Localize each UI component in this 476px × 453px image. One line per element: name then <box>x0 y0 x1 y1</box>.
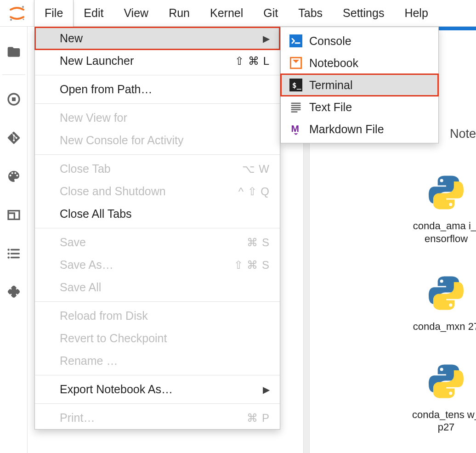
menu-file[interactable]: File <box>34 0 74 27</box>
kernel-card[interactable]: conda_tens w_p27 <box>412 361 476 434</box>
sidebar-toc-icon[interactable] <box>0 237 28 271</box>
menu-item-label: New View for <box>60 111 127 125</box>
menu-edit[interactable]: Edit <box>74 0 113 27</box>
file-menu-item: Close and Shutdown^ ⇧ Q <box>35 180 280 203</box>
notebook-icon <box>289 56 303 70</box>
menu-item-label: Save As… <box>60 258 113 272</box>
svg-text:M: M <box>291 123 300 134</box>
kernel-card[interactable]: conda_ama i_tensorflow <box>412 172 476 245</box>
menu-item-shortcut: ⇧ ⌘ L <box>235 55 270 68</box>
menu-item-label: Print… <box>60 411 95 425</box>
console-icon <box>289 34 303 48</box>
kernel-name: conda_ama i_tensorflow <box>412 220 476 245</box>
menu-divider <box>35 103 280 104</box>
submenu-item-console[interactable]: Console <box>281 30 438 52</box>
file-menu-item: Save As…⇧ ⌘ S <box>35 254 280 276</box>
submenu-item-markdown[interactable]: MMarkdown File <box>281 118 438 140</box>
textfile-icon <box>289 100 303 114</box>
file-menu-item[interactable]: Open from Path… <box>35 78 280 101</box>
svg-point-5 <box>7 249 10 251</box>
file-menu: New▶New Launcher⇧ ⌘ LOpen from Path…New … <box>34 27 280 430</box>
python-logo-icon <box>425 172 467 213</box>
menu-item-label: Close Tab <box>60 162 111 176</box>
menu-git[interactable]: Git <box>253 0 288 27</box>
python-logo-icon <box>425 361 467 402</box>
file-menu-item: Revert to Checkpoint <box>35 327 280 350</box>
submenu-item-terminal[interactable]: $_Terminal <box>281 74 438 96</box>
svg-point-2 <box>23 18 24 20</box>
menu-divider <box>35 375 280 375</box>
kernel-name: conda_tens w_p27 <box>412 408 476 434</box>
menu-item-label: New <box>60 32 83 45</box>
file-menu-item: New View for <box>35 107 280 129</box>
file-menu-item: Save⌘ S <box>35 231 280 254</box>
menu-divider <box>35 403 280 404</box>
menu-item-label: Open from Path… <box>60 83 152 96</box>
file-menu-item: Print…⌘ P <box>35 407 280 429</box>
submenu-item-notebook[interactable]: Notebook <box>281 52 438 74</box>
file-menu-item[interactable]: New Launcher⇧ ⌘ L <box>35 50 280 72</box>
kernel-grid: conda_ama i_tensorflow conda_mxn 27 cond… <box>412 172 476 434</box>
terminal-icon: $_ <box>289 78 303 92</box>
file-menu-item[interactable]: Export Notebook As…▶ <box>35 378 280 401</box>
file-menu-item: Save All <box>35 276 280 299</box>
submenu-item-label: Markdown File <box>309 123 384 136</box>
sidebar-tabs-icon[interactable] <box>0 198 28 232</box>
menu-item-label: New Console for Activity <box>60 134 184 147</box>
file-menu-item[interactable]: New▶ <box>35 27 280 50</box>
menubar: File Edit View Run Kernel Git Tabs Setti… <box>0 0 476 27</box>
sidebar-folder-icon[interactable] <box>0 35 28 69</box>
menu-kernel[interactable]: Kernel <box>200 0 253 27</box>
menu-divider <box>35 228 280 228</box>
chevron-right-icon: ▶ <box>263 33 270 44</box>
menu-item-label: Revert to Checkpoint <box>60 332 167 345</box>
menu-item-shortcut: ⌥ W <box>242 163 270 176</box>
menu-tabs[interactable]: Tabs <box>288 0 333 27</box>
sidebar-git-icon[interactable] <box>0 121 28 155</box>
file-menu-item: Reload from Disk <box>35 305 280 327</box>
menu-item-label: Save All <box>60 281 101 294</box>
submenu-item-textfile[interactable]: Text File <box>281 96 438 118</box>
chevron-right-icon: ▶ <box>263 384 270 395</box>
menu-item-shortcut: ⌘ S <box>247 236 270 249</box>
submenu-item-label: Terminal <box>309 79 352 92</box>
launcher-notebook-heading: Note <box>450 127 476 141</box>
file-menu-item: Close Tab⌥ W <box>35 158 280 180</box>
menu-view[interactable]: View <box>113 0 159 27</box>
new-submenu: ConsoleNotebook$_TerminalText FileMMarkd… <box>280 27 439 143</box>
left-sidebar <box>0 27 28 453</box>
svg-point-1 <box>10 18 12 20</box>
menu-item-label: New Launcher <box>60 54 134 68</box>
menu-divider <box>35 154 280 155</box>
menu-item-label: Export Notebook As… <box>60 383 173 396</box>
submenu-item-label: Notebook <box>309 57 358 70</box>
markdown-icon: M <box>289 122 303 136</box>
menu-item-label: Close and Shutdown <box>60 185 166 198</box>
sidebar-palette-icon[interactable] <box>0 159 28 193</box>
sidebar-divider <box>2 74 25 75</box>
sidebar-extensions-icon[interactable] <box>0 275 28 309</box>
menu-run[interactable]: Run <box>159 0 200 27</box>
python-logo-icon <box>425 272 467 314</box>
sidebar-running-icon[interactable] <box>0 82 28 116</box>
kernel-card[interactable]: conda_mxn 27 <box>412 272 476 333</box>
svg-point-0 <box>22 6 24 7</box>
file-menu-item[interactable]: Close All Tabs <box>35 203 280 225</box>
svg-point-7 <box>7 256 10 259</box>
jupyter-logo[interactable] <box>0 0 34 27</box>
menu-item-label: Rename … <box>60 354 118 368</box>
submenu-item-label: Text File <box>309 101 352 114</box>
menu-item-label: Save <box>60 236 86 249</box>
svg-rect-4 <box>12 97 16 101</box>
svg-point-6 <box>7 253 10 255</box>
menu-item-label: Close All Tabs <box>60 207 132 221</box>
submenu-item-label: Console <box>309 34 351 48</box>
svg-text:$_: $_ <box>292 81 301 90</box>
file-menu-item: New Console for Activity <box>35 129 280 152</box>
menu-item-shortcut: ⇧ ⌘ S <box>234 259 270 272</box>
svg-rect-8 <box>289 34 302 47</box>
menu-help[interactable]: Help <box>394 0 438 27</box>
menu-settings[interactable]: Settings <box>333 0 394 27</box>
menu-item-shortcut: ⌘ P <box>247 412 270 425</box>
menu-item-label: Reload from Disk <box>60 309 148 323</box>
